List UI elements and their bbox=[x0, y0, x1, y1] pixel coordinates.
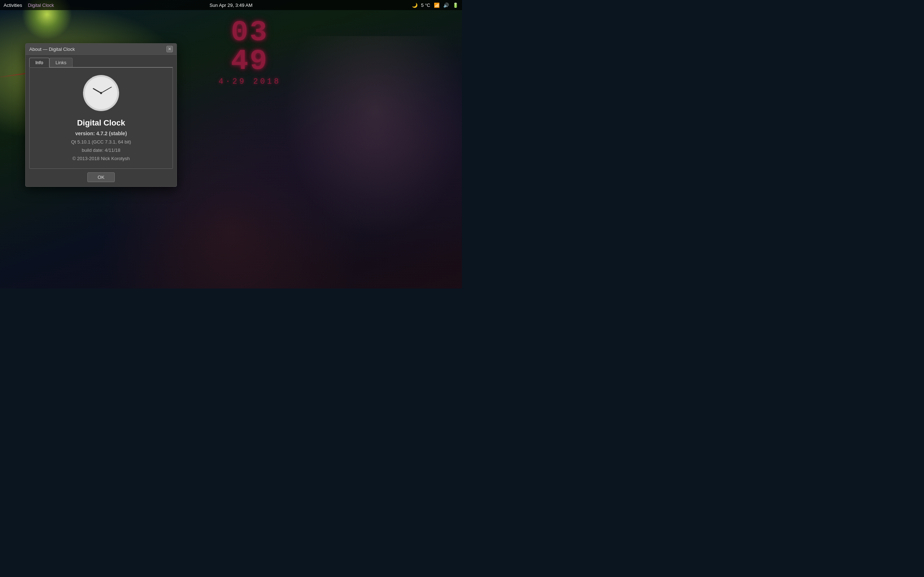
topbar: Activities Digital Clock Sun Apr 29, 3:4… bbox=[0, 0, 462, 10]
dialog-info-content: Digital Clock version: 4.7.2 (stable) Qt… bbox=[29, 68, 173, 169]
app-build-label: build date: 4/11/18 bbox=[82, 148, 121, 153]
tab-info[interactable]: Info bbox=[29, 58, 50, 68]
tab-links[interactable]: Links bbox=[50, 58, 73, 67]
topbar-right: 🌙 5 °C 📶 🔊 🔋 bbox=[412, 3, 459, 8]
clock-date-display: 4·29 2018 bbox=[218, 77, 281, 86]
desktop-clock-widget: 03 49 4·29 2018 bbox=[218, 18, 281, 86]
clock-face bbox=[85, 77, 117, 109]
dialog-titlebar: About — Digital Clock ✕ bbox=[26, 44, 176, 55]
about-dialog: About — Digital Clock ✕ Info Links Digit… bbox=[25, 43, 177, 187]
app-copyright-label: © 2013-2018 Nick Korotysh bbox=[72, 156, 129, 161]
dialog-footer: OK bbox=[26, 172, 176, 187]
wifi-icon: 📶 bbox=[434, 3, 439, 8]
dialog-title: About — Digital Clock bbox=[29, 47, 75, 52]
clock-icon bbox=[83, 75, 119, 111]
app-qt-label: Qt 5.10.1 (GCC 7.3.1, 64 bit) bbox=[71, 139, 131, 145]
clock-center-dot bbox=[100, 92, 102, 94]
app-menu-button[interactable]: Digital Clock bbox=[28, 3, 54, 8]
clock-minute-hand bbox=[101, 87, 112, 93]
dialog-close-button[interactable]: ✕ bbox=[166, 46, 173, 52]
activities-button[interactable]: Activities bbox=[3, 3, 22, 8]
battery-icon: 🔋 bbox=[452, 3, 459, 8]
app-name-label: Digital Clock bbox=[77, 118, 125, 128]
topbar-datetime: Sun Apr 29, 3:49 AM bbox=[209, 3, 252, 8]
topbar-left: Activities Digital Clock bbox=[3, 3, 54, 8]
volume-icon[interactable]: 🔊 bbox=[443, 3, 449, 8]
clock-hours-display: 03 49 bbox=[218, 18, 281, 76]
moon-icon: 🌙 bbox=[412, 3, 418, 8]
ok-button[interactable]: OK bbox=[87, 172, 115, 182]
app-version-label: version: 4.7.2 (stable) bbox=[75, 131, 127, 136]
temperature-display: 5 °C bbox=[421, 3, 430, 8]
dialog-tabs: Info Links bbox=[26, 55, 176, 67]
